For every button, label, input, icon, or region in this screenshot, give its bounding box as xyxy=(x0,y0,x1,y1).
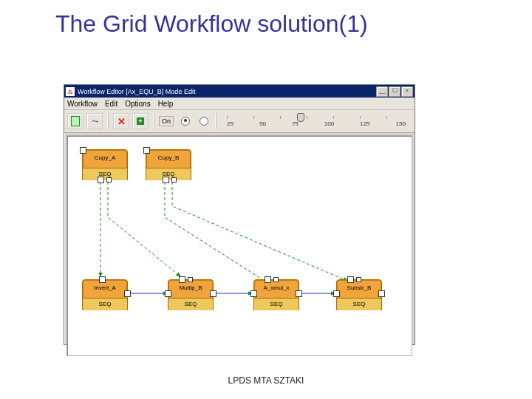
port-out[interactable] xyxy=(210,290,216,297)
slide-title: The Grid Workflow solution(1) xyxy=(55,10,368,38)
port-out[interactable] xyxy=(296,290,302,297)
port-in[interactable] xyxy=(80,147,86,154)
separator xyxy=(153,113,154,129)
node-seq: SEQ xyxy=(83,168,127,180)
connect-button[interactable]: ⤳ xyxy=(86,113,103,129)
node-label: Copy_A xyxy=(83,150,127,168)
ruler-tick: 100 xyxy=(324,120,334,127)
zoom-ruler[interactable]: 25 50 75 100 125 150 xyxy=(227,112,412,131)
port-out[interactable] xyxy=(124,290,131,297)
node-seq: SEQ xyxy=(337,298,381,310)
node-a-xmul-x[interactable]: A_xmul_x SEQ xyxy=(253,279,299,310)
ruler-tick: 150 xyxy=(396,120,406,127)
node-label: Copy_B xyxy=(146,150,191,168)
window-title: Workflow Editor [Ax_EQU_B] Mode Edit xyxy=(78,88,195,95)
node-label: Multip_B xyxy=(168,280,213,298)
workflow-canvas[interactable]: Copy_A SEQ Copy_B SEQ Invert_A SEQ xyxy=(66,135,412,356)
add-icon: + xyxy=(137,117,144,125)
port-out[interactable] xyxy=(106,177,112,183)
port-in[interactable] xyxy=(143,147,150,154)
new-doc-icon xyxy=(71,116,80,126)
node-copy-a[interactable]: Copy_A SEQ xyxy=(82,149,128,180)
port-in[interactable] xyxy=(188,277,193,282)
node-multip-b[interactable]: Multip_B SEQ xyxy=(168,279,214,310)
port-out[interactable] xyxy=(98,177,104,183)
ruler-tick: 125 xyxy=(360,120,369,127)
new-doc-button[interactable] xyxy=(67,113,83,129)
delete-button[interactable]: ✕ xyxy=(113,113,129,129)
separator xyxy=(215,113,216,129)
port-in[interactable] xyxy=(273,277,279,282)
node-invert-a[interactable]: Invert_A SEQ xyxy=(82,279,128,310)
ruler-tick: 25 xyxy=(227,120,233,127)
node-label: A_xmul_x xyxy=(254,280,299,298)
workflow-editor-window: ♨ Workflow Editor [Ax_EQU_B] Mode Edit _… xyxy=(64,84,415,345)
menubar: Workflow Edit Options Help xyxy=(64,98,415,110)
edge-copya-multipb xyxy=(108,182,180,276)
port-in[interactable] xyxy=(356,277,361,282)
radio-on[interactable] xyxy=(181,117,190,126)
menu-options[interactable]: Options xyxy=(125,100,150,108)
port-in[interactable] xyxy=(333,290,340,297)
port-out[interactable] xyxy=(163,177,169,183)
connect-icon: ⤳ xyxy=(92,117,98,126)
port-out[interactable] xyxy=(171,177,177,183)
port-in[interactable] xyxy=(165,290,171,297)
port-in[interactable] xyxy=(347,276,354,283)
add-button[interactable]: + xyxy=(132,113,149,129)
autosave-toggle-label: On xyxy=(159,116,174,126)
minimize-button[interactable]: __ xyxy=(376,86,388,97)
node-copy-b[interactable]: Copy_B SEQ xyxy=(146,149,191,180)
node-seq: SEQ xyxy=(83,298,127,310)
edge-copyb-substrb xyxy=(172,182,347,281)
ruler-tick: 50 xyxy=(259,120,266,127)
java-icon: ♨ xyxy=(66,87,75,96)
close-button[interactable]: × xyxy=(401,86,413,97)
separator xyxy=(107,113,109,129)
window-titlebar: ♨ Workflow Editor [Ax_EQU_B] Mode Edit _… xyxy=(64,85,415,98)
node-seq: SEQ xyxy=(168,298,213,310)
delete-icon: ✕ xyxy=(117,116,126,127)
port-in[interactable] xyxy=(250,290,257,297)
menu-workflow[interactable]: Workflow xyxy=(67,100,98,108)
maximize-button[interactable]: ☐ xyxy=(389,86,400,97)
node-label: Substr_B xyxy=(337,280,381,298)
port-in[interactable] xyxy=(179,276,185,283)
toolbar: ⤳ ✕ + On 25 50 75 100 125 150 xyxy=(64,110,415,133)
menu-help[interactable]: Help xyxy=(158,100,174,108)
node-seq: SEQ xyxy=(254,298,299,310)
port-in[interactable] xyxy=(99,276,106,283)
slide-footer: LPDS MTA SZTAKI xyxy=(0,375,532,386)
port-out[interactable] xyxy=(378,290,385,297)
port-in[interactable] xyxy=(265,276,271,283)
node-substr-b[interactable]: Substr_B SEQ xyxy=(336,279,382,310)
ruler-tick: 75 xyxy=(292,120,299,127)
edge-copyb-axmulx xyxy=(165,182,267,282)
menu-edit[interactable]: Edit xyxy=(105,100,117,108)
radio-off[interactable] xyxy=(200,117,208,126)
